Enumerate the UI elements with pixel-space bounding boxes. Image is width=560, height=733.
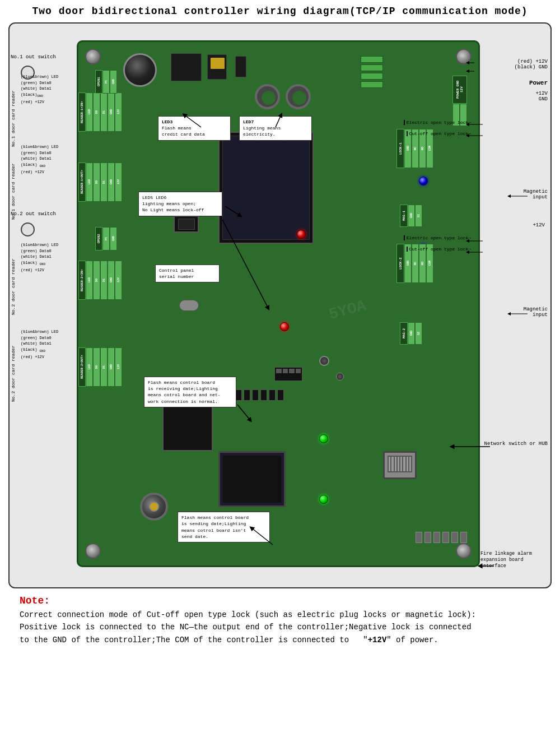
wc-r1in-2: (green) Data0 [21,80,58,86]
no2-door-card-reader-label: No.2 door card reader [11,242,16,315]
small-chip-6 [260,389,267,401]
r1in-pin-d1: D1 [100,92,108,132]
fire-pin [442,532,449,543]
power-red-label: (red) +12V [515,59,548,64]
cap-1 [319,356,329,366]
mag2-label: MAG-2 [400,322,408,345]
network-switch-label: Network switch or HUB [484,441,548,447]
note-text: Correct connection mode of Cut-off open … [20,609,540,646]
electric-lock2-label: Electric open type lock→ [404,235,471,240]
r1in-pin-12v: 12V [115,92,122,132]
power-jack-center [149,502,159,512]
toroid-1 [255,84,280,109]
ic-chip-3 [235,56,246,77]
small-chip-5 [252,389,259,401]
mag1-label: MAG-1 [400,205,408,227]
reader2-out-label: READER-2<OUT> [78,347,86,387]
r1in-pin-d0: D0 [93,92,100,132]
rj45-pin [407,457,408,471]
wire-colors-r2in: (blue&brown) LED (green) Data0 (white) D… [21,242,58,273]
reader1-out-label: READER-1<OUT> [78,163,86,202]
wc-r1out-5: (red) +12V [21,169,58,175]
mag2-input-text2: input [524,312,548,318]
no2-out-switch-label: No.2 out switch [11,211,56,218]
r1out-pin-gnd: GND [108,163,115,202]
rj45-port [383,451,417,479]
fire-pin [424,532,431,543]
open2-pin-p1: P1 [102,227,110,250]
mag1-pins: GND S1 [408,205,422,227]
led-send [319,495,328,504]
mag1-input-text2: input [524,194,548,200]
reader1-in-label: READER-1<IN> [78,92,86,132]
seven-segment-display [174,216,199,233]
wc-r1out-3: (white) Data1 [21,156,58,162]
open2-group: OPEN2 P1 GND [95,227,117,250]
wc-r1in-5: (red) +12V [21,99,58,105]
flash-send-callout: Flash means control boardis sending date… [178,512,270,542]
no1-door-card-reader-label: No.1 door card reader [11,74,16,147]
flash-receive-text: Flash means control boardis receiving da… [148,380,221,404]
screw-hole-bl [85,543,101,559]
conn-strip-2 [361,64,383,71]
mag1-block: MAG-1 GND S1 [400,205,422,227]
open1-pin-p1: P1 [102,70,110,94]
r1out-pin-led: LED [86,163,93,202]
electric-lock1-label: Electric open type lock→ [404,120,471,125]
small-chip-8 [277,389,284,401]
mag1-pin-s1: S1 [415,205,422,227]
wc-r1in-1: (blue&brown) LED [21,74,58,80]
mag2-input-label: Magnetic input [524,307,548,318]
led7-callout-desc: Lighting meanselectricity. [243,126,281,137]
screw-hole-br [456,543,472,559]
rj45-contacts [388,456,412,472]
note-section: Note: Correct connection mode of Cut-off… [8,595,552,646]
wc-r2out-2: (green) Data0 [21,335,58,341]
small-chip-4 [244,389,250,401]
r2out-pin-gnd: GND [108,347,115,387]
rj45-pin [403,457,405,471]
page-title: Two door bidirectional controller wiring… [8,6,552,17]
ic-chip-2 [207,54,227,80]
lock2-plus-label: +12V [533,222,545,228]
fire-pin [416,532,422,543]
r2in-pin-12v: 12V [115,261,122,300]
reader1-out-pins: LED D0 D1 GND 12V [86,163,122,202]
mag2-pin-s2: S2 [415,322,422,345]
lock1-label: LOCK-1 [396,129,404,168]
mag1-pin-gnd: GND [408,205,415,227]
power-black-label: (black) GND [515,64,548,70]
led56-callout-text: LED5 LED6lighting means open;No Light me… [142,195,204,212]
no2-door-card-reader-label2: No.2 door card reader [11,329,16,402]
fire-pin [433,532,440,543]
wc-r1out-2: (green) Data0 [21,150,58,156]
no2-out-switch-symbol [21,222,35,236]
mag1-input-text: Magnetic [524,189,548,194]
led-blue-2 [419,177,428,185]
transformer [218,451,286,507]
r1in-pin-gnd: GND [108,92,115,132]
r2out-pin-d1: D1 [100,347,108,387]
r2in-pin-gnd: GND [108,261,115,300]
flash-receive-callout: Flash means control boardis receiving da… [144,377,236,407]
led-receive [319,434,328,443]
wc-r1in-4: (black)GND [21,92,58,99]
open2-pin-gnd: GND [110,227,117,250]
large-capacitor [123,53,157,87]
conn-strip-4 [361,81,383,88]
mag2-block: MAG-2 GND S2 [400,322,422,345]
dip-1 [276,369,282,373]
watermark: 5YOA [327,297,368,323]
mag1-input-label: Magnetic input [524,189,548,200]
led7-callout-title: LED7 [243,119,254,124]
fire-pin [460,532,467,543]
rj45-pin [389,457,390,471]
wc-r2out-1: (blue&brown) LED [21,329,58,335]
power-main-label: Power [529,80,548,86]
lock2-label: LOCK-2 [396,244,404,283]
led3-callout-desc: Flash meanscredit card data [162,126,205,137]
dip-3 [289,369,295,373]
wc-r2out-5: (red) +12V [21,354,58,360]
reader1-in-group: READER-1<IN> LED D0 D1 GND 12V [78,92,122,132]
open2-pins: P1 GND [102,227,117,250]
